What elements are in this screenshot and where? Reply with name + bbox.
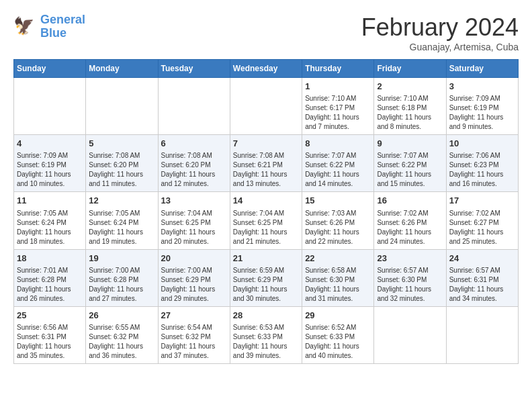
day-info: Sunrise: 7:07 AM Sunset: 6:22 PM Dayligh… bbox=[305, 151, 371, 189]
col-monday: Monday bbox=[86, 60, 158, 78]
col-wednesday: Wednesday bbox=[230, 60, 302, 78]
day-info: Sunrise: 7:00 AM Sunset: 6:28 PM Dayligh… bbox=[89, 266, 154, 304]
day-number: 22 bbox=[305, 253, 371, 265]
calendar-cell: 7Sunrise: 7:08 AM Sunset: 6:21 PM Daylig… bbox=[230, 135, 302, 192]
day-info: Sunrise: 7:01 AM Sunset: 6:28 PM Dayligh… bbox=[17, 266, 83, 304]
calendar-cell: 19Sunrise: 7:00 AM Sunset: 6:28 PM Dayli… bbox=[86, 249, 158, 306]
calendar-header: Sunday Monday Tuesday Wednesday Thursday… bbox=[14, 60, 519, 78]
calendar-cell: 15Sunrise: 7:03 AM Sunset: 6:26 PM Dayli… bbox=[302, 192, 374, 249]
svg-text:🦅: 🦅 bbox=[13, 15, 35, 36]
day-number: 14 bbox=[233, 195, 299, 207]
calendar-cell: 11Sunrise: 7:05 AM Sunset: 6:24 PM Dayli… bbox=[14, 192, 86, 249]
day-number: 18 bbox=[17, 253, 83, 265]
calendar-cell: 5Sunrise: 7:08 AM Sunset: 6:20 PM Daylig… bbox=[86, 135, 158, 192]
day-info: Sunrise: 7:10 AM Sunset: 6:18 PM Dayligh… bbox=[377, 94, 443, 132]
day-number: 4 bbox=[17, 138, 83, 150]
calendar-week-3: 11Sunrise: 7:05 AM Sunset: 6:24 PM Dayli… bbox=[14, 192, 519, 249]
day-info: Sunrise: 7:04 AM Sunset: 6:25 PM Dayligh… bbox=[161, 209, 227, 246]
day-info: Sunrise: 6:54 AM Sunset: 6:32 PM Dayligh… bbox=[161, 323, 227, 361]
col-friday: Friday bbox=[374, 60, 446, 78]
day-number: 7 bbox=[233, 138, 299, 150]
calendar-cell bbox=[230, 78, 302, 135]
day-info: Sunrise: 6:56 AM Sunset: 6:31 PM Dayligh… bbox=[17, 323, 83, 361]
calendar-cell: 3Sunrise: 7:09 AM Sunset: 6:19 PM Daylig… bbox=[446, 78, 518, 135]
logo-text: General Blue bbox=[40, 13, 85, 40]
calendar-cell: 21Sunrise: 6:59 AM Sunset: 6:29 PM Dayli… bbox=[230, 249, 302, 306]
day-info: Sunrise: 7:09 AM Sunset: 6:19 PM Dayligh… bbox=[17, 151, 83, 189]
day-info: Sunrise: 7:00 AM Sunset: 6:29 PM Dayligh… bbox=[161, 266, 227, 304]
day-number: 24 bbox=[449, 253, 515, 265]
col-tuesday: Tuesday bbox=[158, 60, 230, 78]
calendar-body: 1Sunrise: 7:10 AM Sunset: 6:17 PM Daylig… bbox=[14, 78, 519, 364]
day-info: Sunrise: 7:02 AM Sunset: 6:26 PM Dayligh… bbox=[377, 209, 443, 246]
day-info: Sunrise: 6:58 AM Sunset: 6:30 PM Dayligh… bbox=[305, 266, 371, 304]
day-info: Sunrise: 7:05 AM Sunset: 6:24 PM Dayligh… bbox=[89, 209, 154, 246]
day-number: 11 bbox=[17, 195, 83, 207]
logo: 🦅 General Blue bbox=[13, 13, 85, 40]
logo-icon: 🦅 bbox=[13, 15, 38, 39]
calendar-cell: 14Sunrise: 7:04 AM Sunset: 6:25 PM Dayli… bbox=[230, 192, 302, 249]
day-number: 20 bbox=[161, 253, 227, 265]
calendar-cell bbox=[446, 306, 518, 363]
calendar-week-4: 18Sunrise: 7:01 AM Sunset: 6:28 PM Dayli… bbox=[14, 249, 519, 306]
day-info: Sunrise: 7:07 AM Sunset: 6:22 PM Dayligh… bbox=[377, 151, 443, 189]
header-row: Sunday Monday Tuesday Wednesday Thursday… bbox=[14, 60, 519, 78]
title-block: February 2024 Guanajay, Artemisa, Cuba bbox=[361, 13, 519, 52]
calendar-cell bbox=[158, 78, 230, 135]
calendar-cell: 20Sunrise: 7:00 AM Sunset: 6:29 PM Dayli… bbox=[158, 249, 230, 306]
day-number: 25 bbox=[17, 310, 83, 322]
calendar-table: Sunday Monday Tuesday Wednesday Thursday… bbox=[13, 59, 519, 364]
day-number: 9 bbox=[377, 138, 443, 150]
day-info: Sunrise: 7:08 AM Sunset: 6:20 PM Dayligh… bbox=[89, 151, 154, 189]
calendar-cell: 28Sunrise: 6:53 AM Sunset: 6:33 PM Dayli… bbox=[230, 306, 302, 363]
day-number: 6 bbox=[161, 138, 227, 150]
day-info: Sunrise: 7:05 AM Sunset: 6:24 PM Dayligh… bbox=[17, 209, 83, 246]
day-number: 23 bbox=[377, 253, 443, 265]
day-info: Sunrise: 7:06 AM Sunset: 6:23 PM Dayligh… bbox=[449, 151, 515, 189]
day-number: 8 bbox=[305, 138, 371, 150]
day-info: Sunrise: 6:59 AM Sunset: 6:29 PM Dayligh… bbox=[233, 266, 299, 304]
calendar-title: February 2024 bbox=[361, 13, 519, 42]
calendar-cell: 17Sunrise: 7:02 AM Sunset: 6:27 PM Dayli… bbox=[446, 192, 518, 249]
day-info: Sunrise: 7:08 AM Sunset: 6:20 PM Dayligh… bbox=[161, 151, 227, 189]
day-number: 16 bbox=[377, 195, 443, 207]
day-number: 17 bbox=[449, 195, 515, 207]
day-info: Sunrise: 6:57 AM Sunset: 6:31 PM Dayligh… bbox=[449, 266, 515, 304]
day-number: 1 bbox=[305, 81, 371, 93]
day-info: Sunrise: 6:55 AM Sunset: 6:32 PM Dayligh… bbox=[89, 323, 154, 361]
day-number: 10 bbox=[449, 138, 515, 150]
calendar-week-5: 25Sunrise: 6:56 AM Sunset: 6:31 PM Dayli… bbox=[14, 306, 519, 363]
day-info: Sunrise: 7:09 AM Sunset: 6:19 PM Dayligh… bbox=[449, 94, 515, 132]
day-info: Sunrise: 7:02 AM Sunset: 6:27 PM Dayligh… bbox=[449, 209, 515, 246]
day-number: 26 bbox=[89, 310, 154, 322]
day-info: Sunrise: 6:57 AM Sunset: 6:30 PM Dayligh… bbox=[377, 266, 443, 304]
day-number: 5 bbox=[89, 138, 154, 150]
calendar-cell: 12Sunrise: 7:05 AM Sunset: 6:24 PM Dayli… bbox=[86, 192, 158, 249]
calendar-cell: 22Sunrise: 6:58 AM Sunset: 6:30 PM Dayli… bbox=[302, 249, 374, 306]
calendar-subtitle: Guanajay, Artemisa, Cuba bbox=[361, 42, 519, 52]
calendar-cell: 6Sunrise: 7:08 AM Sunset: 6:20 PM Daylig… bbox=[158, 135, 230, 192]
calendar-cell: 2Sunrise: 7:10 AM Sunset: 6:18 PM Daylig… bbox=[374, 78, 446, 135]
calendar-cell: 13Sunrise: 7:04 AM Sunset: 6:25 PM Dayli… bbox=[158, 192, 230, 249]
col-thursday: Thursday bbox=[302, 60, 374, 78]
day-number: 19 bbox=[89, 253, 154, 265]
day-info: Sunrise: 7:04 AM Sunset: 6:25 PM Dayligh… bbox=[233, 209, 299, 246]
calendar-cell: 10Sunrise: 7:06 AM Sunset: 6:23 PM Dayli… bbox=[446, 135, 518, 192]
calendar-week-2: 4Sunrise: 7:09 AM Sunset: 6:19 PM Daylig… bbox=[14, 135, 519, 192]
day-info: Sunrise: 7:10 AM Sunset: 6:17 PM Dayligh… bbox=[305, 94, 371, 132]
day-number: 28 bbox=[233, 310, 299, 322]
calendar-cell: 18Sunrise: 7:01 AM Sunset: 6:28 PM Dayli… bbox=[14, 249, 86, 306]
calendar-cell: 26Sunrise: 6:55 AM Sunset: 6:32 PM Dayli… bbox=[86, 306, 158, 363]
calendar-cell: 16Sunrise: 7:02 AM Sunset: 6:26 PM Dayli… bbox=[374, 192, 446, 249]
calendar-cell bbox=[374, 306, 446, 363]
calendar-cell bbox=[14, 78, 86, 135]
calendar-week-1: 1Sunrise: 7:10 AM Sunset: 6:17 PM Daylig… bbox=[14, 78, 519, 135]
day-info: Sunrise: 7:08 AM Sunset: 6:21 PM Dayligh… bbox=[233, 151, 299, 189]
page-header: 🦅 General Blue February 2024 Guanajay, A… bbox=[13, 13, 519, 52]
calendar-cell: 29Sunrise: 6:52 AM Sunset: 6:33 PM Dayli… bbox=[302, 306, 374, 363]
calendar-cell: 1Sunrise: 7:10 AM Sunset: 6:17 PM Daylig… bbox=[302, 78, 374, 135]
day-number: 29 bbox=[305, 310, 371, 322]
day-number: 2 bbox=[377, 81, 443, 93]
calendar-cell bbox=[86, 78, 158, 135]
day-info: Sunrise: 6:52 AM Sunset: 6:33 PM Dayligh… bbox=[305, 323, 371, 361]
